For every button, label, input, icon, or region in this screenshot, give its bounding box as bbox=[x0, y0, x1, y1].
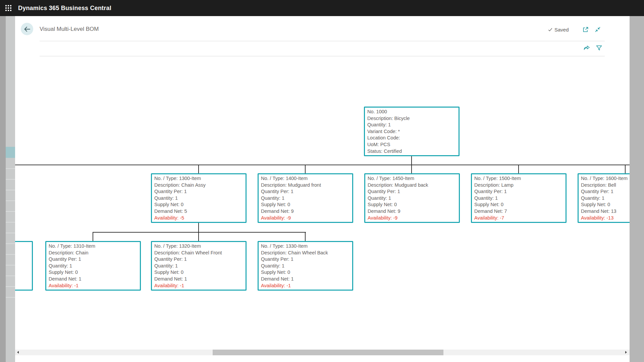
node-field: Quantity: 1 bbox=[154, 263, 244, 269]
node-field: Availability: -1 bbox=[154, 283, 244, 289]
connector-line bbox=[625, 165, 626, 173]
node-field: Description: Chain bbox=[49, 250, 139, 256]
node-field: No. / Type: 1600-Item bbox=[581, 175, 630, 182]
node-field: Quantity Per: 1 bbox=[261, 256, 351, 263]
node-field: Supply Net: 0 bbox=[581, 201, 630, 208]
bom-node-1300[interactable]: No. / Type: 1300-ItemDescription: Chain … bbox=[151, 173, 247, 223]
bom-node-1400[interactable]: No. / Type: 1400-ItemDescription: Mudgua… bbox=[258, 173, 353, 223]
bom-node-1450[interactable]: No. / Type: 1450-ItemDescription: Mudgua… bbox=[364, 173, 460, 223]
connector-line bbox=[198, 165, 199, 173]
node-field: Description: Chain Wheel Front bbox=[154, 250, 244, 256]
node-field: Supply Net: 0 bbox=[261, 201, 351, 208]
node-field: Location Code: bbox=[367, 135, 457, 141]
node-field: UoM: PCS bbox=[367, 141, 457, 148]
node-field: Demand Net: 1 bbox=[261, 276, 351, 283]
node-field: Demand Net: 1 bbox=[49, 276, 139, 283]
connector-line bbox=[305, 165, 306, 173]
connector-line bbox=[15, 165, 630, 165]
node-field: Status: Certified bbox=[367, 148, 457, 155]
node-field: Demand Net: 1 bbox=[154, 276, 244, 283]
node-field: Quantity: 1 bbox=[261, 195, 351, 202]
scroll-left-icon[interactable] bbox=[17, 351, 19, 354]
node-field: Supply Net: 0 bbox=[49, 269, 139, 276]
connector-line bbox=[93, 232, 93, 241]
background-left-margin bbox=[0, 16, 6, 362]
bom-node-1600[interactable]: No. / Type: 1600-ItemDescription: BellQu… bbox=[578, 173, 630, 223]
background-list-hint bbox=[6, 16, 15, 362]
node-field: Quantity Per: 1 bbox=[368, 188, 458, 195]
background-row-lines bbox=[6, 158, 15, 303]
node-field: No. / Type: 1310-Item bbox=[49, 243, 139, 250]
node-field: No. / Type: 1300-Item bbox=[154, 175, 244, 182]
node-field: Quantity: 1 bbox=[367, 122, 457, 128]
node-field: Quantity: 1 bbox=[368, 195, 458, 202]
bom-node-1320[interactable]: No. / Type: 1320-ItemDescription: Chain … bbox=[151, 241, 247, 291]
node-field: Quantity: 1 bbox=[581, 195, 630, 202]
node-field: No. / Type: 1500-Item bbox=[474, 175, 564, 182]
node-field: Demand Net: 9 bbox=[368, 208, 458, 215]
node-field: No. / Type: 1450-Item bbox=[368, 175, 458, 182]
connector-line bbox=[198, 232, 199, 241]
node-field: No. / Type: 1320-Item bbox=[154, 243, 244, 250]
diagram: No. 1000Description: BicycleQuantity: 1V… bbox=[15, 16, 630, 362]
app-title: Dynamics 365 Business Central bbox=[18, 5, 111, 12]
node-field: Quantity Per: 1 bbox=[154, 188, 244, 195]
node-field: Quantity Per: 1 bbox=[154, 256, 244, 263]
node-field: Description: Mudguard back bbox=[368, 182, 458, 189]
bom-node-clipped-left[interactable] bbox=[15, 241, 33, 291]
node-field: Description: Chain Assy bbox=[154, 182, 244, 189]
node-field: Demand Net: 5 bbox=[154, 208, 244, 215]
node-field: No. 1000 bbox=[367, 109, 457, 115]
connector-line bbox=[411, 156, 412, 165]
node-field: Availability: -7 bbox=[474, 215, 564, 222]
node-field: Quantity Per: 1 bbox=[261, 188, 351, 195]
scrollbar-thumb[interactable] bbox=[213, 350, 443, 355]
node-field: Description: Lamp bbox=[474, 182, 564, 189]
node-field: Availability: -1 bbox=[49, 283, 139, 289]
bom-node-1330[interactable]: No. / Type: 1330-ItemDescription: Chain … bbox=[258, 241, 353, 291]
node-field: Availability: -1 bbox=[261, 283, 351, 289]
node-field: Variant Code: * bbox=[367, 128, 457, 135]
node-field: Demand Net: 9 bbox=[261, 208, 351, 215]
node-field: Quantity Per: 1 bbox=[474, 188, 564, 195]
node-field: Availability: -13 bbox=[581, 215, 630, 222]
node-field: Demand Net: 7 bbox=[474, 208, 564, 215]
node-field: Quantity: 1 bbox=[474, 195, 564, 202]
bom-node-1000[interactable]: No. 1000Description: BicycleQuantity: 1V… bbox=[364, 107, 460, 156]
node-field: Description: Bell bbox=[581, 182, 630, 189]
background-selected-row bbox=[6, 147, 15, 158]
node-field: Demand Net: 13 bbox=[581, 208, 630, 215]
node-field: Supply Net: 0 bbox=[474, 201, 564, 208]
connector-line bbox=[198, 223, 199, 232]
connector-line bbox=[518, 165, 519, 173]
node-field: Description: Mudguard front bbox=[261, 182, 351, 189]
page-card: Visual Multi-Level BOM Saved bbox=[15, 16, 630, 362]
node-field: Description: Chain Wheel Back bbox=[261, 250, 351, 256]
node-field: Quantity Per: 1 bbox=[581, 188, 630, 195]
bom-node-1310[interactable]: No. / Type: 1310-ItemDescription: ChainQ… bbox=[45, 241, 141, 291]
node-field: Description: Bicycle bbox=[367, 115, 457, 122]
horizontal-scrollbar[interactable] bbox=[15, 350, 630, 355]
bom-node-1500[interactable]: No. / Type: 1500-ItemDescription: LampQu… bbox=[471, 173, 567, 223]
connector-line bbox=[411, 165, 412, 173]
node-field: No. / Type: 1330-Item bbox=[261, 243, 351, 250]
node-field: Quantity Per: 1 bbox=[49, 256, 139, 263]
node-field: Quantity: 1 bbox=[261, 263, 351, 269]
node-field: Supply Net: 0 bbox=[154, 269, 244, 276]
node-field: No. / Type: 1400-Item bbox=[261, 175, 351, 182]
node-field: Supply Net: 0 bbox=[154, 201, 244, 208]
node-field: Quantity: 1 bbox=[154, 195, 244, 202]
node-field: Availability: -9 bbox=[261, 215, 351, 222]
node-field: Supply Net: 0 bbox=[368, 201, 458, 208]
node-field: Availability: -9 bbox=[368, 215, 458, 222]
node-field: Availability: -5 bbox=[154, 215, 244, 222]
node-field: Supply Net: 0 bbox=[261, 269, 351, 276]
connector-line bbox=[93, 232, 306, 233]
topbar: Dynamics 365 Business Central bbox=[0, 0, 644, 16]
scroll-right-icon[interactable] bbox=[625, 351, 627, 354]
app-launcher-icon[interactable] bbox=[5, 4, 12, 12]
node-field: Quantity: 1 bbox=[49, 263, 139, 269]
connector-line bbox=[305, 232, 306, 241]
